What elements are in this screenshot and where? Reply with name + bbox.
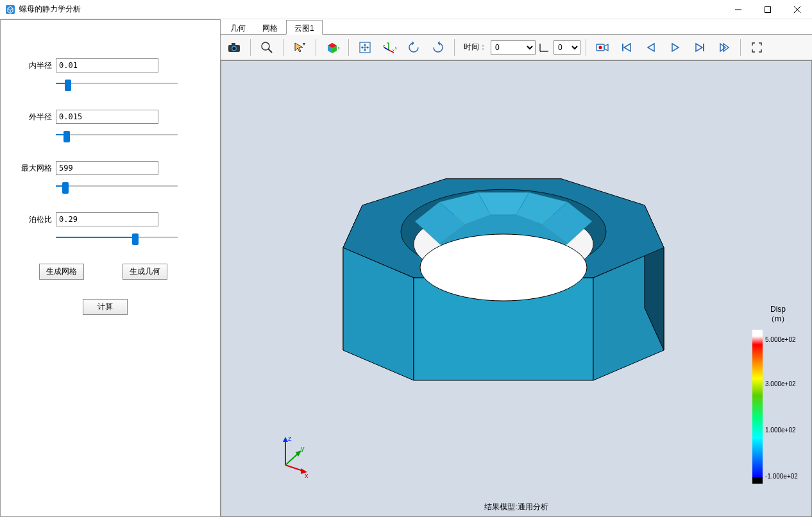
fit-view-icon[interactable]: [354, 38, 376, 57]
inner-radius-input[interactable]: [56, 58, 158, 72]
parameter-panel: 内半径 外半径 最大网格: [0, 19, 221, 517]
record-icon[interactable]: [591, 38, 613, 57]
viewport-status: 结果模型:通用分析: [484, 502, 548, 513]
camera-icon[interactable]: [223, 38, 245, 57]
inner-radius-label: 内半径: [20, 60, 52, 71]
poisson-slider[interactable]: [56, 232, 178, 243]
legend-gradient: [752, 330, 763, 484]
prev-frame-icon[interactable]: [640, 38, 662, 57]
svg-point-43: [420, 234, 587, 301]
tab-bar: 几何 网格 云图1: [221, 19, 812, 35]
expand-icon[interactable]: [746, 38, 768, 57]
axis-triad: z y x: [273, 433, 317, 478]
compute-button[interactable]: 计算: [83, 299, 128, 315]
outer-radius-input[interactable]: [56, 110, 158, 124]
close-button[interactable]: [782, 0, 812, 19]
angle-icon: [538, 41, 551, 54]
svg-rect-6: [232, 43, 235, 46]
svg-point-9: [262, 42, 269, 50]
title-bar: 螺母的静力学分析: [0, 0, 812, 19]
viewport-3d[interactable]: z y x Disp （m） 5.000e+02 3.000e+02 1.000…: [221, 60, 812, 517]
max-mesh-label: 最大网格: [20, 163, 52, 174]
svg-point-24: [599, 46, 602, 49]
last-frame-icon[interactable]: [713, 38, 735, 57]
generate-mesh-button[interactable]: 生成网格: [39, 264, 84, 280]
tab-mesh[interactable]: 网格: [254, 20, 286, 35]
tab-geometry[interactable]: 几何: [222, 20, 254, 35]
legend-title-2: （m）: [752, 314, 804, 325]
rotate-cw-icon[interactable]: [427, 38, 449, 57]
window-title: 螺母的静力学分析: [19, 4, 81, 15]
svg-rect-2: [765, 6, 771, 12]
inner-radius-slider[interactable]: [56, 78, 178, 89]
time-combo[interactable]: 0: [491, 40, 536, 55]
color-legend: Disp （m） 5.000e+02 3.000e+02 1.000e+02 -…: [752, 305, 804, 484]
svg-text:y: y: [301, 445, 305, 452]
zoom-icon[interactable]: [256, 38, 278, 57]
svg-text:x: x: [305, 471, 309, 478]
viewport-toolbar: ▾ ▾ zxy▾ 时间： 0 0: [221, 35, 812, 60]
svg-line-10: [269, 49, 273, 53]
orientation-icon[interactable]: zxy▾: [378, 38, 400, 57]
time-label: 时间：: [464, 42, 487, 53]
legend-ticks: 5.000e+02 3.000e+02 1.000e+02 -1.000e+02: [765, 330, 804, 484]
play-icon[interactable]: [664, 38, 686, 57]
tab-contour1[interactable]: 云图1: [286, 20, 323, 35]
svg-text:z: z: [288, 434, 292, 442]
first-frame-icon[interactable]: [616, 38, 638, 57]
next-frame-icon[interactable]: [689, 38, 711, 57]
color-cube-icon[interactable]: ▾: [321, 38, 343, 57]
generate-geometry-button[interactable]: 生成几何: [123, 264, 167, 280]
step-combo[interactable]: 0: [554, 40, 580, 55]
svg-text:z: z: [387, 41, 389, 45]
max-mesh-input[interactable]: [56, 161, 158, 175]
svg-text:▾: ▾: [395, 46, 396, 51]
rotate-ccw-icon[interactable]: [403, 38, 425, 57]
poisson-input[interactable]: [56, 212, 158, 226]
main-area: 几何 网格 云图1 ▾ ▾ zxy▾ 时间： 0 0: [221, 19, 812, 517]
minimize-button[interactable]: [723, 0, 753, 19]
outer-radius-slider[interactable]: [56, 129, 178, 140]
svg-text:▾: ▾: [303, 41, 305, 47]
app-icon: [5, 4, 15, 15]
outer-radius-label: 外半径: [20, 112, 52, 123]
select-icon[interactable]: ▾: [289, 38, 310, 57]
maximize-button[interactable]: [753, 0, 782, 19]
poisson-label: 泊松比: [20, 214, 52, 225]
max-mesh-slider[interactable]: [56, 180, 178, 192]
svg-text:x: x: [393, 48, 394, 52]
legend-title-1: Disp: [752, 305, 804, 314]
svg-text:▾: ▾: [338, 46, 339, 51]
svg-line-20: [384, 47, 389, 50]
svg-text:y: y: [383, 44, 385, 47]
